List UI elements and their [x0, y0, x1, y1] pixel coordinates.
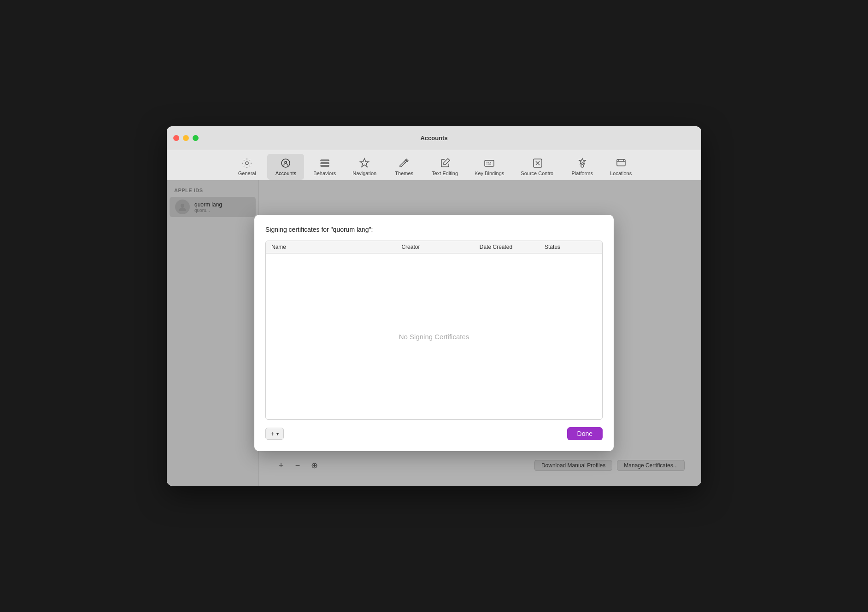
svg-rect-8 [617, 159, 625, 166]
key-bindings-label: Key Bindings [475, 171, 504, 176]
toolbar-item-themes[interactable]: Themes [386, 154, 422, 180]
modal-overlay: Signing certificates for "quorum lang": … [167, 180, 701, 486]
text-editing-icon [439, 157, 452, 170]
titlebar: Accounts [167, 126, 701, 150]
toolbar-item-text-editing[interactable]: Text Editing [424, 154, 465, 180]
navigation-label: Navigation [352, 171, 376, 176]
svg-rect-2 [321, 160, 329, 161]
close-button[interactable] [173, 135, 179, 141]
toolbar-item-source-control[interactable]: Source Control [513, 154, 562, 180]
locations-icon [615, 157, 628, 170]
svg-rect-4 [321, 165, 329, 166]
svg-point-0 [246, 162, 248, 165]
toolbar-item-platforms[interactable]: Platforms [564, 154, 601, 180]
toolbar-item-navigation[interactable]: Navigation [345, 154, 384, 180]
main-window: Accounts General Accounts [167, 126, 701, 486]
add-chevron: ▾ [276, 431, 279, 436]
text-editing-label: Text Editing [432, 171, 458, 176]
svg-point-7 [581, 165, 584, 167]
table-header: Name Creator Date Created Status [266, 241, 602, 253]
svg-rect-3 [321, 163, 329, 164]
toolbar-item-locations[interactable]: Locations [603, 154, 639, 180]
general-label: General [238, 171, 256, 176]
platforms-icon [576, 157, 589, 170]
behaviors-icon [318, 157, 331, 170]
locations-label: Locations [610, 171, 632, 176]
content-area: Apple IDs quorm lang quoru... + − [167, 180, 701, 486]
svg-rect-5 [485, 160, 494, 166]
themes-icon [398, 157, 411, 170]
empty-message: No Signing Certificates [399, 333, 469, 341]
minimize-button[interactable] [183, 135, 189, 141]
col-status: Status [545, 244, 597, 250]
accounts-label: Accounts [276, 171, 296, 176]
col-creator: Creator [401, 244, 479, 250]
maximize-button[interactable] [193, 135, 199, 141]
col-date-created: Date Created [480, 244, 545, 250]
themes-label: Themes [395, 171, 413, 176]
add-icon: + [270, 430, 274, 437]
toolbar-item-key-bindings[interactable]: Key Bindings [467, 154, 511, 180]
key-bindings-icon [483, 157, 496, 170]
toolbar-item-behaviors[interactable]: Behaviors [306, 154, 343, 180]
navigation-icon [358, 157, 371, 170]
certificates-table: Name Creator Date Created Status No Sign… [265, 241, 603, 420]
col-name: Name [271, 244, 401, 250]
signing-certificates-modal: Signing certificates for "quorum lang": … [254, 215, 614, 451]
traffic-lights [173, 135, 199, 141]
source-control-label: Source Control [521, 171, 554, 176]
behaviors-label: Behaviors [313, 171, 336, 176]
toolbar-item-general[interactable]: General [229, 154, 265, 180]
platforms-label: Platforms [571, 171, 592, 176]
source-control-icon [531, 157, 544, 170]
toolbar-item-accounts[interactable]: Accounts [267, 154, 304, 180]
done-button[interactable]: Done [567, 427, 603, 440]
window-title: Accounts [420, 135, 447, 141]
add-certificate-button[interactable]: + ▾ [265, 428, 284, 440]
general-icon [240, 157, 253, 170]
modal-footer: + ▾ Done [265, 427, 603, 440]
accounts-icon [279, 157, 292, 170]
table-body: No Signing Certificates [266, 253, 602, 419]
modal-title: Signing certificates for "quorum lang": [265, 226, 603, 233]
toolbar: General Accounts Behaviors [167, 150, 701, 180]
